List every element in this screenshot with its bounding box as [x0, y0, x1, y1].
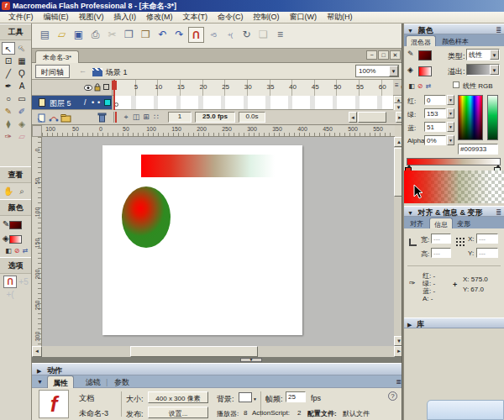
free-transform-tool[interactable]: ⊡	[2, 55, 15, 67]
collapse-arrow-icon[interactable]: ▼	[37, 379, 43, 385]
undo-icon[interactable]: ↶	[155, 27, 171, 43]
help-icon[interactable]: ?	[388, 391, 397, 401]
spinner-arrow[interactable]: ▼	[447, 108, 454, 118]
menu-item[interactable]: 帮助(H)	[322, 12, 358, 23]
menu-item[interactable]: 命令(C)	[213, 12, 249, 23]
color-component-field[interactable]: 0	[424, 95, 446, 105]
fill-color-swatch[interactable]	[9, 235, 22, 244]
width-field[interactable]: ---	[431, 234, 451, 244]
library-panel-header[interactable]: ▶ 库	[404, 318, 504, 328]
snap-magnet-icon[interactable]: U	[188, 27, 204, 43]
restore-button[interactable]: □	[378, 50, 389, 60]
panel-menu-icon[interactable]: ≣	[496, 208, 501, 216]
type-dropdown-arrow[interactable]: ▼	[490, 50, 499, 60]
rectangle-tool[interactable]: ▭	[15, 92, 29, 105]
stroke-color-swatch[interactable]	[9, 221, 22, 229]
background-swatch-arrow[interactable]: ▼	[253, 396, 257, 402]
spinner-arrow[interactable]: ▼	[447, 122, 454, 132]
color-spectrum-picker[interactable]	[458, 95, 483, 140]
collapse-handle[interactable]: ▼	[240, 358, 262, 362]
x-field[interactable]: ---	[476, 234, 498, 244]
gradient-oval-shape[interactable]	[122, 186, 171, 248]
no-color-icon[interactable]: ⊘	[13, 247, 21, 255]
selection-tool[interactable]: ↖	[2, 42, 15, 55]
paint-bucket-tool[interactable]: ◈	[15, 118, 29, 130]
center-frame-icon[interactable]: ⌖	[121, 112, 131, 122]
color-component-field[interactable]: 153	[424, 108, 446, 118]
stage-scroll-left[interactable]: ◄	[32, 346, 42, 357]
linear-rgb-checkbox[interactable]	[453, 81, 459, 88]
eyedropper-tool[interactable]: ✑	[2, 130, 15, 143]
open-icon[interactable]: ▱	[54, 27, 70, 43]
fps-field[interactable]: 25	[286, 391, 306, 402]
overflow-dropdown-arrow[interactable]: ▼	[490, 65, 499, 75]
stage-hscroll-thumb[interactable]	[130, 346, 258, 357]
snap-option-icon[interactable]: U	[3, 276, 17, 288]
new-document-icon[interactable]: ▤	[37, 27, 53, 43]
menu-item[interactable]: 窗口(W)	[285, 12, 323, 23]
menu-item[interactable]: 编辑(E)	[39, 12, 74, 23]
playhead[interactable]	[113, 80, 115, 110]
black-white-icon[interactable]: ◧	[407, 82, 416, 91]
lasso-tool[interactable]: Ϙ	[15, 67, 29, 80]
timeline-hscroll-thumb[interactable]	[358, 112, 386, 123]
registration-point-grid[interactable]	[455, 237, 465, 246]
edit-multiple-frames-icon[interactable]: ∷	[151, 112, 161, 122]
tab-color-mixer[interactable]: 混色器	[406, 35, 436, 46]
document-tab[interactable]: 未命名-3*	[35, 50, 79, 63]
profile-value[interactable]: 默认文件	[343, 409, 370, 418]
menu-item[interactable]: 控制(O)	[249, 12, 285, 23]
no-color-icon[interactable]: ⊘	[416, 82, 424, 91]
subselection-tool[interactable]: ↖	[15, 42, 29, 55]
panel-resize-grip[interactable]: ▼	[32, 357, 404, 363]
menu-item[interactable]: 文本(T)	[178, 12, 213, 23]
tab-properties[interactable]: 属性	[47, 375, 74, 388]
oval-tool[interactable]: ○	[2, 92, 15, 105]
hex-color-field[interactable]: #009933	[458, 144, 498, 155]
delete-layer-icon[interactable]	[97, 112, 107, 123]
line-tool[interactable]: ╱	[2, 67, 15, 80]
close-button[interactable]: ✕	[390, 50, 401, 60]
brush-tool[interactable]: ✐	[15, 105, 29, 118]
gradient-type-select[interactable]: 线性▼	[466, 49, 500, 60]
tab-color-swatches[interactable]: 颜色样本	[438, 35, 473, 46]
lock-layers-icon[interactable]	[94, 83, 101, 92]
gradient-transform-tool[interactable]: ▦	[15, 55, 29, 67]
print-icon[interactable]: ⎙	[87, 27, 103, 43]
color-panel-header[interactable]: ▼ 颜色 ≣	[404, 24, 504, 34]
menu-item[interactable]: 视图(V)	[74, 12, 109, 23]
frames-row[interactable]	[113, 96, 393, 110]
menu-item[interactable]: 修改(M)	[141, 12, 178, 23]
timeline-hscroll-left[interactable]: ◄	[349, 112, 357, 123]
paste-icon[interactable]: ❒	[138, 27, 154, 43]
eraser-tool[interactable]: ▱	[15, 130, 29, 143]
gradient-definition-bar[interactable]	[407, 158, 501, 165]
stage-canvas[interactable]	[102, 145, 302, 335]
tab-align[interactable]: 对齐	[406, 218, 428, 228]
frame-view-options-icon[interactable]: ≡	[395, 81, 399, 89]
text-tool[interactable]: A	[15, 80, 29, 92]
tab-transform[interactable]: 变形	[453, 218, 475, 228]
tab-info[interactable]: 信息	[429, 218, 453, 228]
redo-icon[interactable]: ↷	[171, 27, 187, 43]
actions-panel-header[interactable]: ▶ 动作	[32, 363, 404, 375]
outline-layers-icon[interactable]	[103, 84, 109, 90]
gradient-preview[interactable]	[404, 171, 504, 203]
rotate-ccw-icon[interactable]: ↻	[239, 27, 255, 43]
frame-ruler[interactable]: 5101520253035404550556065	[113, 80, 393, 96]
spinner-arrow[interactable]: ▼	[447, 95, 454, 105]
hand-tool[interactable]: ✋	[2, 185, 15, 197]
layer-lock-dot[interactable]: •	[97, 98, 100, 107]
swap-colors-icon[interactable]: ⇄	[21, 247, 29, 255]
layer-visible-dot[interactable]: •	[92, 98, 94, 107]
layer-name-cell[interactable]: 图层 5 / • •	[32, 96, 113, 110]
zoom-dropdown-arrow[interactable]: ▼	[389, 66, 398, 76]
doc-name[interactable]: 未命名-3	[79, 408, 108, 419]
publish-settings-button[interactable]: 设置...	[148, 407, 208, 418]
gradient-rectangle-shape[interactable]	[141, 155, 275, 177]
height-field[interactable]: ---	[431, 248, 451, 258]
current-frame-field[interactable]: 1	[168, 112, 192, 123]
spinner-arrow[interactable]: ▼	[447, 135, 454, 145]
save-icon[interactable]: ▣	[71, 27, 87, 43]
swap-colors-icon[interactable]: ⇄	[424, 82, 433, 91]
